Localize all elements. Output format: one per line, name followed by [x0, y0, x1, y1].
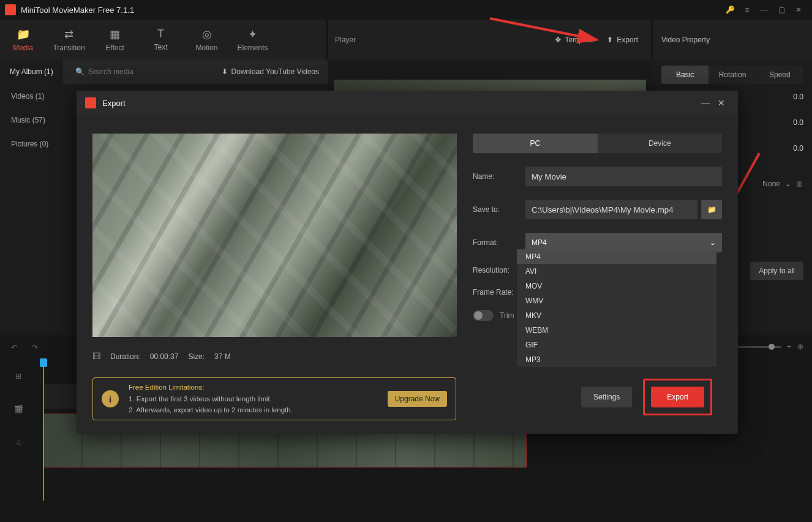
playhead[interactable]	[43, 360, 44, 501]
download-icon: ⬇	[222, 67, 228, 76]
format-value: MP4	[532, 238, 547, 247]
transition-icon: ⇄	[64, 28, 73, 41]
export-tab-device[interactable]: Device	[598, 134, 723, 153]
close-button[interactable]: ✕	[790, 1, 807, 18]
info-icon: i	[102, 390, 119, 407]
search-icon: 🔍	[75, 67, 85, 76]
template-button[interactable]: ❖Template	[549, 36, 601, 44]
framerate-label: Frame Rate:	[473, 288, 517, 297]
format-dropdown: MP4 AVI MOV WMV MKV WEBM GIF MP3	[517, 249, 716, 367]
chevron-down-icon: ⌄	[710, 238, 716, 247]
prop-tab-rotation[interactable]: Rotation	[709, 66, 756, 84]
folder-icon: 📁	[17, 28, 30, 41]
app-logo-icon	[5, 4, 16, 15]
name-label: Name:	[473, 172, 517, 181]
export-minimize-button[interactable]: —	[697, 98, 713, 108]
tab-effect-label: Effect	[105, 44, 124, 52]
settings-button[interactable]: Settings	[581, 387, 632, 407]
redo-icon[interactable]: ↷	[32, 343, 38, 352]
format-option-wmv[interactable]: WMV	[517, 293, 716, 308]
video-track-icon: 🎬	[14, 405, 23, 414]
folder-icon: 📁	[707, 205, 716, 214]
saveto-input[interactable]	[525, 200, 697, 219]
format-option-avi[interactable]: AVI	[517, 264, 716, 279]
album-tab[interactable]: My Album (1)	[0, 59, 63, 84]
tab-transition[interactable]: ⇄Transition	[46, 20, 92, 59]
search-placeholder: Search media	[88, 67, 133, 76]
trim-toggle[interactable]	[473, 310, 494, 321]
format-option-mp3[interactable]: MP3	[517, 352, 716, 367]
export-dialog: Export — ✕ 🎞 Duration: 00:00:37 Size: 37…	[77, 91, 738, 434]
tab-media[interactable]: 📁Media	[0, 20, 46, 59]
tab-media-label: Media	[13, 44, 33, 52]
export-label: Export	[617, 36, 638, 44]
export-tab-pc[interactable]: PC	[473, 134, 598, 153]
export-preview-thumbnail	[92, 134, 457, 337]
export-confirm-button[interactable]: Export	[651, 387, 704, 407]
text-icon: T	[157, 28, 164, 40]
duration-label: Duration:	[110, 352, 140, 361]
prop-tab-speed[interactable]: Speed	[756, 66, 803, 84]
prop-tab-basic[interactable]: Basic	[661, 66, 709, 84]
limits-line-1: 1. Export the first 3 videos without len…	[129, 393, 378, 404]
limits-heading: Free Edition Limitations:	[129, 382, 378, 393]
prop-none-label: None	[762, 180, 780, 188]
audio-track-icon: ♫	[16, 438, 21, 447]
export-title: Export	[102, 99, 697, 108]
saveto-label: Save to:	[473, 205, 517, 214]
size-label: Size:	[188, 352, 205, 361]
undo-icon[interactable]: ↶	[11, 343, 17, 352]
stack-icon: ❖	[555, 36, 562, 44]
motion-icon: ◎	[202, 28, 212, 41]
tab-motion[interactable]: ◎Motion	[184, 20, 230, 59]
tab-elements-label: Elements	[237, 44, 268, 52]
format-label: Format:	[473, 238, 517, 247]
format-option-mov[interactable]: MOV	[517, 279, 716, 293]
export-button-top[interactable]: ⬆Export	[601, 36, 644, 44]
apply-to-all-button[interactable]: Apply to all	[750, 262, 803, 280]
format-option-mp4[interactable]: MP4	[517, 249, 716, 264]
app-title: MiniTool MovieMaker Free 7.1.1	[21, 6, 721, 15]
search-input[interactable]: 🔍Search media	[63, 67, 213, 76]
format-option-webm[interactable]: WEBM	[517, 323, 716, 338]
export-close-button[interactable]: ✕	[713, 98, 729, 108]
export-logo-icon	[85, 97, 96, 108]
browse-folder-button[interactable]: 📁	[701, 200, 722, 219]
free-edition-banner: i Free Edition Limitations: 1. Export th…	[92, 377, 456, 420]
format-option-mkv[interactable]: MKV	[517, 308, 716, 323]
maximize-button[interactable]: ▢	[773, 1, 790, 18]
export-icon: ⬆	[607, 36, 613, 44]
resolution-label: Resolution:	[473, 266, 517, 274]
upgrade-now-button[interactable]: Upgrade Now	[388, 391, 447, 407]
trash-icon[interactable]: 🗑	[796, 180, 803, 188]
key-icon[interactable]: 🔑	[721, 1, 739, 18]
tab-text-label: Text	[154, 43, 167, 51]
trim-label: Trim	[500, 311, 514, 320]
download-youtube-button[interactable]: ⬇Download YouTube Videos	[213, 67, 328, 76]
minimize-button[interactable]: —	[756, 1, 773, 18]
add-track-icon[interactable]: ⊞	[15, 372, 21, 380]
zoom-in-icon[interactable]: +	[787, 342, 791, 351]
video-property-title: Video Property	[653, 20, 812, 59]
duration-value: 00:00:37	[150, 352, 179, 361]
film-icon: 🎞	[92, 352, 100, 361]
hamburger-icon[interactable]: ≡	[739, 1, 756, 18]
player-title: Player	[335, 36, 549, 44]
player-header: Player ❖Template ⬆Export	[328, 20, 653, 59]
tab-motion-label: Motion	[195, 44, 217, 52]
effect-icon: ▦	[110, 28, 120, 41]
name-input[interactable]	[525, 167, 722, 186]
download-label: Download YouTube Videos	[231, 67, 319, 76]
format-option-gif[interactable]: GIF	[517, 338, 716, 352]
tab-transition-label: Transition	[53, 44, 85, 52]
titlebar: MiniTool MovieMaker Free 7.1.1 🔑 ≡ — ▢ ✕	[0, 0, 812, 20]
elements-icon: ✦	[248, 28, 257, 41]
size-value: 37 M	[214, 352, 231, 361]
chevron-down-icon[interactable]: ⌄	[785, 180, 791, 188]
tab-elements[interactable]: ✦Elements	[230, 20, 276, 59]
tab-effect[interactable]: ▦Effect	[92, 20, 138, 59]
limits-line-2: 2. Afterwards, export video up to 2 minu…	[129, 404, 378, 415]
tab-text[interactable]: TText	[138, 20, 184, 59]
zoom-fit-icon[interactable]: ⊕	[797, 342, 803, 351]
main-toolbar: 📁Media ⇄Transition ▦Effect TText ◎Motion…	[0, 20, 328, 59]
